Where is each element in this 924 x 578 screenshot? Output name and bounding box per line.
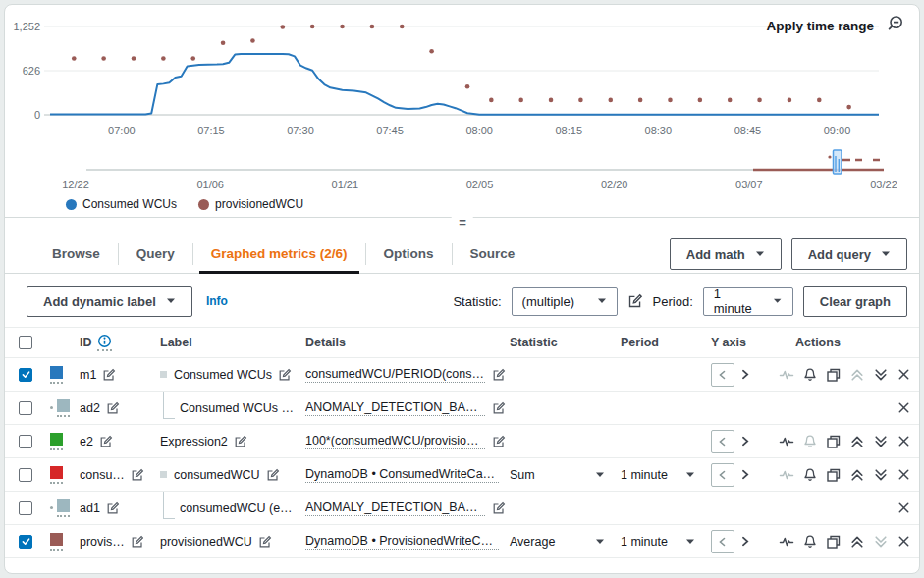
remove-metric-icon[interactable] [897,500,911,515]
edit-id-icon[interactable] [102,368,116,382]
metric-details-link[interactable]: consumedWCU/PERIOD(consu… [305,367,485,383]
remove-metric-icon[interactable] [897,467,911,482]
info-icon[interactable] [97,334,112,351]
color-swatch[interactable] [50,433,63,450]
edit-label-icon[interactable] [266,468,280,482]
y-axis-right-button[interactable] [738,368,751,381]
up-icon[interactable] [849,534,865,550]
remove-metric-icon[interactable] [897,400,911,415]
y-axis-right-button[interactable] [738,468,751,481]
remove-metric-icon[interactable] [897,367,911,382]
up-icon[interactable] [849,467,865,483]
row-checkbox[interactable] [19,435,32,448]
remove-metric-icon[interactable] [897,434,911,448]
metric-details-link[interactable]: 100*(consumedWCU/provision… [305,434,485,449]
add-query-button[interactable]: Add query [791,238,907,270]
tab-options[interactable]: Options [366,236,452,273]
bell-icon[interactable] [802,367,818,383]
y-axis-left-button[interactable] [711,530,734,553]
row-statistic-select[interactable]: Sum [510,468,617,482]
edit-id-icon[interactable] [106,401,120,415]
edit-details-icon[interactable] [492,401,506,415]
metrics-controls-row: Add dynamic label Info Statistic: (multi… [5,274,919,327]
period-select[interactable]: 1 minute [703,287,793,316]
add-math-button[interactable]: Add math [670,238,782,270]
down-icon[interactable] [873,467,889,483]
color-swatch[interactable] [57,399,70,417]
clear-graph-button[interactable]: Clear graph [803,286,907,317]
bell-icon[interactable] [802,534,818,550]
svg-text:08:45: 08:45 [734,125,762,136]
pulse-icon[interactable] [779,534,794,550]
select-all-checkbox[interactable] [19,336,32,349]
up-icon[interactable] [849,434,865,449]
color-swatch[interactable] [50,533,63,551]
pulse-icon[interactable] [779,434,794,449]
copy-icon[interactable] [826,367,842,383]
edit-label-icon[interactable] [234,435,247,448]
edit-id-icon[interactable] [99,435,113,448]
edit-id-icon[interactable] [131,468,144,482]
apply-time-range-button[interactable]: Apply time range [766,19,874,33]
metric-details-link[interactable]: ANOMALY_DETECTION_BAND(… [305,500,485,516]
y-axis-left-button[interactable] [711,430,734,453]
color-swatch[interactable] [50,466,63,484]
edit-details-icon[interactable] [492,501,506,515]
y-axis-right-button[interactable] [738,535,751,548]
timeline-selection-window [834,150,842,174]
provisionedwcu-point [578,98,583,103]
tab-browse[interactable]: Browse [34,236,118,273]
remove-metric-icon[interactable] [897,534,911,549]
splitter-drag-handle[interactable]: = [451,215,473,230]
add-dynamic-label-button[interactable]: Add dynamic label [27,286,192,317]
color-swatch[interactable] [57,499,70,517]
metric-details-link[interactable]: ANOMALY_DETECTION_BAND(… [305,400,485,416]
info-link[interactable]: Info [206,294,228,308]
edit-details-icon[interactable] [492,435,506,448]
tab-query[interactable]: Query [119,236,192,273]
copy-icon[interactable] [826,434,842,449]
row-checkbox[interactable] [19,501,32,515]
edit-label-icon[interactable] [278,368,292,382]
edit-details-icon[interactable] [492,368,506,382]
row-checkbox[interactable] [19,468,32,482]
row-checkbox[interactable] [19,535,32,549]
y-axis-right-button[interactable] [738,435,751,447]
row-period-select[interactable]: 1 minute [621,535,707,549]
row-period-select[interactable]: 1 minute [621,468,707,482]
edit-label-icon[interactable] [258,535,272,549]
legend-label: provisionedWCU [215,197,303,211]
y-axis-left-button[interactable] [711,463,734,487]
column-header-actions: Actions [786,336,919,349]
tab-graphed-metrics-2-6[interactable]: Graphed metrics (2/6) [193,236,365,273]
band-dot [50,506,53,509]
color-swatch[interactable] [50,366,63,384]
down-icon[interactable] [873,367,889,383]
edit-id-icon[interactable] [106,501,120,515]
provisionedwcu-point [161,56,166,61]
provisionedwcu-point [281,25,286,29]
metric-id: consu… [80,468,125,482]
edit-statistic-icon[interactable] [627,293,643,309]
legend-item-consumed-wcus[interactable]: Consumed WCUs [66,197,177,211]
edit-id-icon[interactable] [131,535,144,549]
bell-icon[interactable] [802,467,818,483]
tab-source[interactable]: Source [453,236,533,273]
row-checkbox[interactable] [19,401,32,415]
chevron-down-icon [755,251,765,257]
provisionedwcu-point [250,38,255,43]
row-checkbox[interactable] [19,368,32,382]
metric-details-link[interactable]: DynamoDB • ProvisionedWriteCapacit [305,534,499,550]
copy-icon[interactable] [826,534,842,550]
legend-item-provisionedwcu[interactable]: provisionedWCU [198,197,303,211]
copy-icon[interactable] [826,467,842,483]
row-statistic-select[interactable]: Average [510,535,617,549]
down-icon[interactable] [873,434,889,449]
chevron-down-icon [597,298,607,304]
statistic-select[interactable]: (multiple) [512,287,618,316]
metric-details-link[interactable]: DynamoDB • ConsumedWriteCapacity [305,467,499,483]
band-dot [50,406,53,409]
y-axis-left-button[interactable] [711,363,734,387]
zoom-out-icon[interactable] [888,15,905,36]
timeline-minimap[interactable]: 12/2201/0601/2102/0502/2003/0703/22 [5,144,917,193]
